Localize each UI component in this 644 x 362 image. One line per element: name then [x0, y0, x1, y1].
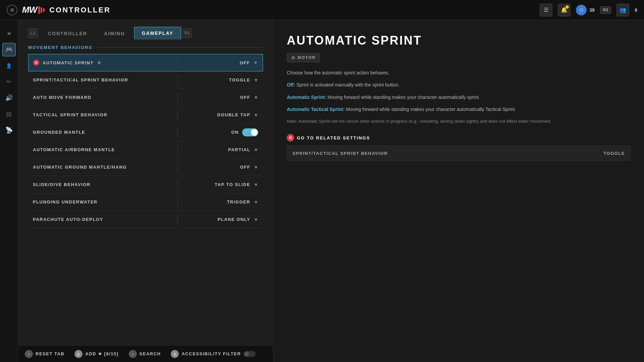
setting-value-parachute: PLANE ONLY ▼ — [182, 217, 263, 222]
dropdown-arrow-icon: ▼ — [254, 165, 258, 170]
accessibility-btn[interactable]: △ ACCESSIBILITY FILTER — [171, 350, 256, 358]
tabs-bar: L1 CONTROLLER AIMING GAMEPLAY R1 — [18, 20, 273, 40]
accessibility-toggle[interactable] — [244, 351, 256, 357]
mw-logo-bars — [38, 6, 45, 14]
motor-icon: ⚙ — [291, 55, 296, 60]
auto-tactical-label: Automatic Tactical Sprint: — [287, 107, 344, 112]
tab-gameplay[interactable]: GAMEPLAY — [134, 27, 181, 40]
bottom-bar: ○ RESET TAB △ ADD ★ [8/15] ○ SEARCH △ AC… — [18, 345, 273, 362]
settings-panel: L1 CONTROLLER AIMING GAMEPLAY R1 MOVEMEN… — [18, 20, 273, 362]
top-bar-left: ⚙ MW CONTROLLER — [7, 5, 111, 15]
setting-value-airborne-mantle: PARTIAL ▼ — [182, 147, 263, 153]
section-line — [97, 47, 263, 48]
divider — [177, 145, 178, 155]
top-bar: ⚙ MW CONTROLLER ☰ 🔔 ⬡ 39 R3 👥 6 — [0, 0, 644, 20]
r3-badge: R3 — [600, 6, 611, 14]
setting-row-ground-mantle[interactable]: AUTOMATIC GROUND MANTLE/HANG OFF ▼ — [28, 159, 263, 176]
section-header: MOVEMENT BEHAVIORS — [28, 45, 263, 50]
divider — [177, 197, 178, 207]
detail-desc-auto-tactical: Automatic Tactical Sprint: Moving forwar… — [287, 106, 631, 113]
detail-desc-1: Choose how the automatic sprint action b… — [287, 69, 631, 76]
friend-count: 6 — [635, 7, 637, 13]
divider — [177, 110, 178, 120]
dropdown-arrow-icon: ▼ — [254, 95, 258, 100]
setting-name-tactical-sprint: TACTICAL SPRINT BEHAVIOR — [28, 112, 173, 117]
notif-dot — [566, 5, 569, 9]
left-nav-label: L1 — [31, 31, 35, 36]
related-setting-name: SPRINT/TACTICAL SPRINT BEHAVIOR — [292, 151, 603, 156]
sidebar-item-controller[interactable]: 🎮 — [2, 43, 16, 56]
setting-row-plunging[interactable]: PLUNGING UNDERWATER TRIGGER ▼ — [28, 193, 263, 211]
star-icon: ★ — [97, 60, 102, 65]
setting-row-auto-move[interactable]: AUTO MOVE FORWARD OFF ▼ — [28, 89, 263, 106]
sidebar-item-favorites[interactable]: ★ — [2, 27, 16, 40]
accessibility-toggle-knob — [244, 352, 249, 356]
detail-title: AUTOMATIC SPRINT — [287, 34, 631, 48]
reset-tab-btn[interactable]: ○ RESET TAB — [25, 350, 64, 358]
tab-aiming[interactable]: AIMING — [96, 27, 133, 40]
setting-name-slide-dive: SLIDE/DIVE BEHAVIOR — [28, 182, 173, 187]
menu-icon-btn[interactable]: ☰ — [540, 4, 552, 16]
toggle-knob — [251, 129, 258, 136]
sidebar-item-network[interactable]: 📡 — [2, 123, 16, 137]
divider — [177, 58, 177, 68]
settings-list: MOVEMENT BEHAVIORS ✕ AUTOMATIC SPRINT ★ … — [18, 40, 273, 345]
related-title: GO TO RELATED SETTINGS — [297, 135, 370, 140]
bar-2 — [41, 7, 42, 13]
setting-value-sprint-tactical: TOGGLE ▼ — [182, 77, 263, 83]
mw-logo: MW — [22, 5, 45, 15]
players-icon-btn[interactable]: 👥 — [616, 4, 629, 16]
setting-row-airborne-mantle[interactable]: AUTOMATIC AIRBORNE MANTLE PARTIAL ▼ — [28, 141, 263, 159]
tab-nav-left[interactable]: L1 — [28, 28, 38, 38]
dropdown-arrow-icon: ▼ — [254, 182, 258, 187]
setting-name-auto-move: AUTO MOVE FORWARD — [28, 95, 173, 100]
add-star-btn[interactable]: △ ADD ★ [8/15] — [74, 350, 118, 358]
toggle-switch-grounded-mantle[interactable] — [242, 128, 258, 136]
setting-row-grounded-mantle[interactable]: GROUNDED MANTLE ON — [28, 124, 263, 141]
setting-row-automatic-sprint[interactable]: ✕ AUTOMATIC SPRINT ★ OFF ▼ — [28, 54, 263, 71]
off-label: Off: — [287, 82, 295, 87]
setting-value-automatic-sprint: OFF ▼ — [182, 60, 263, 65]
detail-badge: ⚙ MOTOR — [287, 53, 320, 62]
setting-value-plunging: TRIGGER ▼ — [182, 199, 263, 205]
settings-icon[interactable]: ⚙ — [7, 5, 17, 15]
off-text: Sprint is activated manually with the sp… — [295, 82, 399, 87]
detail-desc-auto-sprint: Automatic Sprint: Moving forward while s… — [287, 94, 631, 101]
add-triangle-icon: △ — [74, 350, 83, 358]
setting-row-parachute[interactable]: PARACHUTE AUTO-DEPLOY PLANE ONLY ▼ — [28, 211, 263, 228]
setting-row-tactical-sprint[interactable]: TACTICAL SPRINT BEHAVIOR DOUBLE TAP ▼ — [28, 106, 263, 124]
sidebar-item-profile[interactable]: 👤 — [2, 59, 16, 72]
detail-badge-text: MOTOR — [298, 55, 316, 60]
tab-controller[interactable]: CONTROLLER — [40, 27, 95, 40]
level-badge: ⬡ — [576, 5, 587, 15]
setting-name-automatic-sprint: ✕ AUTOMATIC SPRINT ★ — [29, 60, 172, 66]
dropdown-arrow-icon: ▼ — [254, 112, 258, 118]
auto-tactical-text: Moving forward while standing makes your… — [344, 107, 516, 112]
related-setting-row[interactable]: SPRINT/TACTICAL SPRINT BEHAVIOR TOGGLE — [287, 145, 631, 161]
sidebar: ★ 🎮 👤 ✏ 🔊 ▤ 📡 — [0, 20, 18, 362]
auto-sprint-label: Automatic Sprint: — [287, 95, 326, 100]
sidebar-item-display[interactable]: ▤ — [2, 107, 16, 121]
main-content: ★ 🎮 👤 ✏ 🔊 ▤ 📡 L1 CONTROLLER AIMING GAMEP… — [0, 20, 644, 362]
sidebar-item-edit[interactable]: ✏ — [2, 75, 16, 88]
divider — [177, 162, 178, 172]
search-btn[interactable]: ○ SEARCH — [129, 350, 161, 358]
dropdown-arrow-icon: ▼ — [253, 60, 258, 65]
mw-logo-text: MW — [22, 5, 37, 15]
sidebar-item-audio[interactable]: 🔊 — [2, 91, 16, 105]
divider — [177, 75, 178, 85]
detail-panel: AUTOMATIC SPRINT ⚙ MOTOR Choose how the … — [273, 20, 644, 362]
search-circle-icon: ○ — [129, 350, 137, 358]
related-setting-value: TOGGLE — [603, 151, 625, 156]
setting-row-slide-dive[interactable]: SLIDE/DIVE BEHAVIOR TAP TO SLIDE ▼ — [28, 176, 263, 193]
notification-btn[interactable]: 🔔 — [558, 4, 571, 16]
bar-3 — [43, 8, 45, 12]
setting-row-sprint-tactical[interactable]: SPRINT/TACTICAL SPRINT BEHAVIOR TOGGLE ▼ — [28, 71, 263, 89]
tab-nav-right[interactable]: R1 — [182, 28, 192, 38]
divider — [177, 215, 178, 225]
related-header: R GO TO RELATED SETTINGS — [287, 134, 631, 141]
setting-value-slide-dive: TAP TO SLIDE ▼ — [182, 182, 263, 187]
divider — [177, 93, 178, 103]
dropdown-arrow-icon: ▼ — [254, 77, 258, 83]
setting-value-ground-mantle: OFF ▼ — [182, 165, 263, 170]
